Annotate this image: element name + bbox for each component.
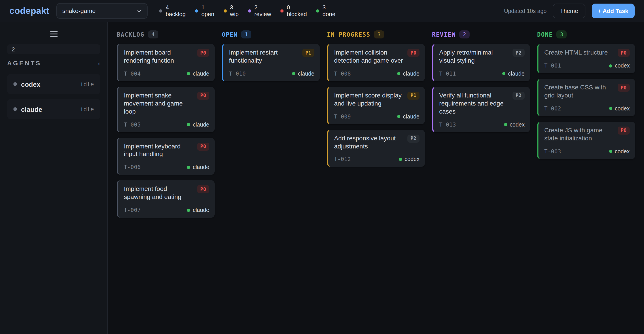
column-title: DONE [537, 31, 553, 38]
column-header: IN PROGRESS 3 [327, 30, 425, 38]
priority-badge: P2 [512, 92, 525, 100]
column-count-badge: 2 [459, 30, 470, 38]
stat-dot-icon [248, 10, 251, 12]
task-card[interactable]: Create base CSS with grid layout P0 T-00… [537, 79, 635, 116]
priority-badge: P0 [197, 92, 210, 100]
header-stat: 4 backlog [160, 4, 186, 18]
task-card[interactable]: Implement food spawning and eating P0 T-… [117, 180, 215, 218]
task-card[interactable]: Implement collision detection and game o… [327, 44, 425, 82]
stat-label: open [201, 11, 214, 18]
column-review: REVIEW 2 Apply retro/minimal visual styl… [432, 30, 530, 218]
agents-header: AGENTS ‹ [7, 60, 100, 66]
agent-status-dot-icon [14, 107, 17, 111]
assignee-dot-icon [397, 72, 400, 75]
task-card[interactable]: Implement restart functionality P1 T-010… [222, 44, 320, 82]
assignee-name: claude [193, 207, 209, 213]
column-cards: Apply retro/minimal visual styling P2 T-… [432, 44, 530, 132]
assignee-name: codex [404, 156, 420, 162]
task-title: Implement collision detection and game o… [334, 49, 404, 65]
task-assignee: codex [504, 122, 524, 128]
task-assignee: claude [292, 71, 314, 77]
task-card[interactable]: Implement score display and live updatin… [327, 87, 425, 124]
theme-button[interactable]: Theme [553, 4, 586, 18]
task-assignee: claude [397, 71, 420, 77]
task-title: Implement keyboard input handling [124, 142, 194, 158]
task-title: Implement score display and live updatin… [334, 92, 404, 108]
agent-list-item-codex[interactable]: codex idle [7, 74, 100, 94]
assignee-name: codex [615, 106, 630, 112]
task-assignee: codex [609, 106, 630, 112]
column-count-badge: 3 [556, 30, 567, 38]
task-id: T-002 [544, 106, 561, 112]
priority-badge: P1 [302, 49, 314, 57]
task-title: Implement board rendering function [124, 49, 194, 65]
stat-label: backlog [166, 11, 186, 18]
task-id: T-005 [124, 122, 141, 128]
task-id: T-011 [439, 71, 456, 77]
assignee-dot-icon [609, 107, 612, 110]
priority-badge: P2 [512, 49, 525, 57]
column-title: OPEN [222, 31, 238, 38]
task-title: Implement snake movement and game loop [124, 92, 194, 116]
priority-badge: P0 [197, 185, 210, 194]
task-id: T-008 [334, 71, 351, 77]
task-card[interactable]: Implement keyboard input handling P0 T-0… [117, 138, 215, 175]
assignee-name: codex [615, 148, 630, 154]
assignee-name: codex [615, 62, 630, 69]
chevron-down-icon [137, 8, 142, 14]
agent-list-item-claude[interactable]: claude idle [7, 99, 100, 120]
assignee-dot-icon [502, 72, 505, 75]
priority-badge: P0 [618, 49, 630, 57]
assignee-dot-icon [609, 150, 612, 153]
priority-badge: P0 [408, 49, 420, 57]
agent-counter-bar[interactable]: 2 [7, 44, 100, 54]
stat-dot-icon [224, 10, 227, 12]
task-title: Implement restart functionality [229, 49, 299, 65]
assignee-name: claude [193, 164, 209, 170]
task-assignee: claude [397, 113, 420, 120]
task-card[interactable]: Verify all functional requirements and e… [432, 87, 530, 132]
stat-dot-icon [280, 10, 284, 12]
hamburger-menu-icon[interactable] [48, 30, 60, 38]
header-stat: 3 wip [224, 4, 238, 18]
assignee-name: claude [403, 71, 420, 77]
task-title: Implement food spawning and eating [124, 185, 194, 202]
agents-title: AGENTS [7, 60, 41, 66]
stat-label: wip [230, 11, 238, 18]
task-title: Create base CSS with grid layout [544, 84, 614, 100]
body: 2 AGENTS ‹ codex idle claude idle BACKLO… [0, 22, 644, 334]
agent-counter-value: 2 [12, 46, 15, 52]
agent-name: claude [21, 105, 42, 113]
task-card[interactable]: Add responsive layout adjustments P2 T-0… [327, 130, 425, 167]
kanban-board: BACKLOG 4 Implement board rendering func… [108, 22, 644, 334]
task-card[interactable]: Apply retro/minimal visual styling P2 T-… [432, 44, 530, 82]
column-count-badge: 1 [241, 30, 252, 38]
task-card[interactable]: Create JS with game state initialization… [537, 122, 635, 159]
column-cards: Implement board rendering function P0 T-… [117, 44, 215, 218]
assignee-dot-icon [397, 115, 400, 118]
app-logo: codepakt [10, 6, 50, 16]
task-assignee: codex [609, 148, 630, 154]
add-task-button[interactable]: + Add Task [592, 4, 634, 18]
task-id: T-012 [334, 156, 351, 162]
header-stat: 0 blocked [280, 4, 307, 18]
task-card[interactable]: Implement snake movement and game loop P… [117, 87, 215, 132]
task-assignee: claude [502, 71, 524, 77]
stat-label: done [322, 11, 336, 18]
task-assignee: codex [399, 156, 420, 162]
collapse-chevron-icon[interactable]: ‹ [98, 60, 100, 66]
column-backlog: BACKLOG 4 Implement board rendering func… [117, 30, 215, 218]
assignee-dot-icon [187, 72, 190, 75]
project-select[interactable]: snake-game [56, 3, 148, 19]
stat-dot-icon [195, 10, 198, 12]
task-card[interactable]: Create HTML structure P0 T-001 codex [537, 44, 635, 73]
column-open: OPEN 1 Implement restart functionality P… [222, 30, 320, 218]
stat-count: 3 [230, 4, 238, 11]
stat-count: 2 [254, 4, 271, 11]
assignee-dot-icon [292, 72, 295, 75]
assignee-dot-icon [187, 123, 190, 126]
task-card[interactable]: Implement board rendering function P0 T-… [117, 44, 215, 82]
priority-badge: P2 [408, 134, 420, 142]
task-id: T-001 [544, 62, 561, 69]
task-id: T-003 [544, 148, 561, 154]
